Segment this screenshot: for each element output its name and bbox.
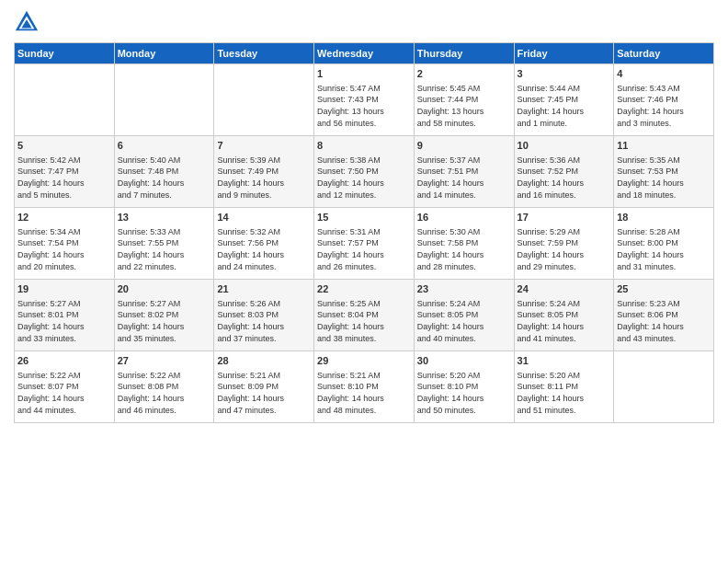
day-number: 23	[417, 282, 511, 296]
calendar-day-cell: 1Sunrise: 5:47 AM Sunset: 7:43 PM Daylig…	[314, 64, 415, 136]
calendar-week-row: 12Sunrise: 5:34 AM Sunset: 7:54 PM Dayli…	[15, 208, 714, 280]
weekday-header: Saturday	[614, 43, 714, 64]
weekday-header: Friday	[514, 43, 614, 64]
day-number: 31	[518, 354, 611, 368]
day-info: Sunrise: 5:21 AM Sunset: 8:09 PM Dayligh…	[217, 370, 311, 416]
day-info: Sunrise: 5:31 AM Sunset: 7:57 PM Dayligh…	[317, 226, 411, 272]
calendar-day-cell: 14Sunrise: 5:32 AM Sunset: 7:56 PM Dayli…	[214, 208, 314, 280]
day-number: 2	[417, 67, 511, 81]
weekday-header: Wednesday	[314, 43, 415, 64]
day-number: 28	[217, 354, 311, 368]
day-number: 11	[617, 139, 711, 153]
day-number: 19	[17, 282, 111, 296]
day-info: Sunrise: 5:27 AM Sunset: 8:02 PM Dayligh…	[118, 298, 211, 344]
day-number: 20	[118, 282, 211, 296]
day-number: 13	[118, 211, 211, 224]
day-info: Sunrise: 5:47 AM Sunset: 7:43 PM Dayligh…	[317, 83, 411, 129]
calendar-day-cell: 11Sunrise: 5:35 AM Sunset: 7:53 PM Dayli…	[614, 136, 714, 208]
day-number: 26	[17, 354, 111, 368]
day-number: 6	[118, 139, 211, 153]
logo-icon	[14, 9, 40, 35]
calendar-day-cell: 7Sunrise: 5:39 AM Sunset: 7:49 PM Daylig…	[214, 136, 314, 208]
calendar-header-row: SundayMondayTuesdayWednesdayThursdayFrid…	[15, 43, 714, 64]
day-info: Sunrise: 5:20 AM Sunset: 8:10 PM Dayligh…	[417, 370, 511, 416]
calendar-day-cell: 30Sunrise: 5:20 AM Sunset: 8:10 PM Dayli…	[414, 351, 514, 423]
day-number: 1	[317, 67, 411, 81]
calendar-day-cell: 28Sunrise: 5:21 AM Sunset: 8:09 PM Dayli…	[214, 351, 314, 423]
day-number: 22	[317, 282, 411, 296]
day-info: Sunrise: 5:21 AM Sunset: 8:10 PM Dayligh…	[317, 370, 411, 416]
day-info: Sunrise: 5:40 AM Sunset: 7:48 PM Dayligh…	[118, 155, 211, 201]
calendar-day-cell: 22Sunrise: 5:25 AM Sunset: 8:04 PM Dayli…	[314, 280, 415, 351]
calendar-day-cell: 26Sunrise: 5:22 AM Sunset: 8:07 PM Dayli…	[15, 351, 115, 423]
day-number: 24	[518, 282, 611, 296]
calendar-day-cell: 24Sunrise: 5:24 AM Sunset: 8:05 PM Dayli…	[514, 280, 614, 351]
day-info: Sunrise: 5:27 AM Sunset: 8:01 PM Dayligh…	[17, 298, 111, 344]
day-info: Sunrise: 5:37 AM Sunset: 7:51 PM Dayligh…	[417, 155, 511, 201]
calendar-day-cell: 3Sunrise: 5:44 AM Sunset: 7:45 PM Daylig…	[514, 64, 614, 136]
day-number: 18	[617, 211, 711, 224]
calendar-day-cell: 12Sunrise: 5:34 AM Sunset: 7:54 PM Dayli…	[15, 208, 115, 280]
calendar-day-cell: 13Sunrise: 5:33 AM Sunset: 7:55 PM Dayli…	[114, 208, 214, 280]
day-info: Sunrise: 5:43 AM Sunset: 7:46 PM Dayligh…	[617, 83, 711, 129]
day-number: 15	[317, 211, 411, 224]
day-info: Sunrise: 5:35 AM Sunset: 7:53 PM Dayligh…	[617, 155, 711, 201]
day-info: Sunrise: 5:39 AM Sunset: 7:49 PM Dayligh…	[217, 155, 311, 201]
day-info: Sunrise: 5:28 AM Sunset: 8:00 PM Dayligh…	[617, 226, 711, 272]
calendar-day-cell: 27Sunrise: 5:22 AM Sunset: 8:08 PM Dayli…	[114, 351, 214, 423]
calendar-week-row: 5Sunrise: 5:42 AM Sunset: 7:47 PM Daylig…	[15, 136, 714, 208]
day-info: Sunrise: 5:30 AM Sunset: 7:58 PM Dayligh…	[417, 226, 511, 272]
day-number: 16	[417, 211, 511, 224]
day-info: Sunrise: 5:29 AM Sunset: 7:59 PM Dayligh…	[518, 226, 611, 272]
day-number: 5	[17, 139, 111, 153]
weekday-header: Sunday	[15, 43, 115, 64]
logo	[14, 9, 41, 35]
day-info: Sunrise: 5:42 AM Sunset: 7:47 PM Dayligh…	[17, 155, 111, 201]
day-number: 21	[217, 282, 311, 296]
day-number: 10	[518, 139, 611, 153]
day-number: 12	[17, 211, 111, 224]
calendar-day-cell: 17Sunrise: 5:29 AM Sunset: 7:59 PM Dayli…	[514, 208, 614, 280]
day-number: 3	[518, 67, 611, 81]
calendar-day-cell: 16Sunrise: 5:30 AM Sunset: 7:58 PM Dayli…	[414, 208, 514, 280]
calendar-day-cell	[114, 64, 214, 136]
weekday-header: Monday	[114, 43, 214, 64]
day-info: Sunrise: 5:23 AM Sunset: 8:06 PM Dayligh…	[617, 298, 711, 344]
day-info: Sunrise: 5:22 AM Sunset: 8:07 PM Dayligh…	[17, 370, 111, 416]
calendar-day-cell: 20Sunrise: 5:27 AM Sunset: 8:02 PM Dayli…	[114, 280, 214, 351]
calendar-day-cell: 2Sunrise: 5:45 AM Sunset: 7:44 PM Daylig…	[414, 64, 514, 136]
calendar-day-cell: 25Sunrise: 5:23 AM Sunset: 8:06 PM Dayli…	[614, 280, 714, 351]
day-number: 27	[118, 354, 211, 368]
day-info: Sunrise: 5:32 AM Sunset: 7:56 PM Dayligh…	[217, 226, 311, 272]
day-number: 9	[417, 139, 511, 153]
calendar-day-cell: 8Sunrise: 5:38 AM Sunset: 7:50 PM Daylig…	[314, 136, 415, 208]
day-info: Sunrise: 5:24 AM Sunset: 8:05 PM Dayligh…	[417, 298, 511, 344]
day-number: 30	[417, 354, 511, 368]
calendar-table: SundayMondayTuesdayWednesdayThursdayFrid…	[14, 42, 714, 423]
calendar-day-cell: 21Sunrise: 5:26 AM Sunset: 8:03 PM Dayli…	[214, 280, 314, 351]
weekday-header: Tuesday	[214, 43, 314, 64]
calendar-week-row: 19Sunrise: 5:27 AM Sunset: 8:01 PM Dayli…	[15, 280, 714, 351]
day-info: Sunrise: 5:24 AM Sunset: 8:05 PM Dayligh…	[518, 298, 611, 344]
day-info: Sunrise: 5:22 AM Sunset: 8:08 PM Dayligh…	[118, 370, 211, 416]
calendar-day-cell: 18Sunrise: 5:28 AM Sunset: 8:00 PM Dayli…	[614, 208, 714, 280]
day-number: 29	[317, 354, 411, 368]
calendar-day-cell: 19Sunrise: 5:27 AM Sunset: 8:01 PM Dayli…	[15, 280, 115, 351]
page-header	[14, 9, 714, 35]
day-number: 14	[217, 211, 311, 224]
calendar-day-cell	[214, 64, 314, 136]
calendar-day-cell	[15, 64, 115, 136]
day-info: Sunrise: 5:38 AM Sunset: 7:50 PM Dayligh…	[317, 155, 411, 201]
page-container: SundayMondayTuesdayWednesdayThursdayFrid…	[0, 0, 728, 432]
day-info: Sunrise: 5:34 AM Sunset: 7:54 PM Dayligh…	[17, 226, 111, 272]
day-info: Sunrise: 5:26 AM Sunset: 8:03 PM Dayligh…	[217, 298, 311, 344]
calendar-day-cell: 5Sunrise: 5:42 AM Sunset: 7:47 PM Daylig…	[15, 136, 115, 208]
calendar-day-cell: 9Sunrise: 5:37 AM Sunset: 7:51 PM Daylig…	[414, 136, 514, 208]
day-info: Sunrise: 5:36 AM Sunset: 7:52 PM Dayligh…	[518, 155, 611, 201]
day-number: 7	[217, 139, 311, 153]
calendar-day-cell	[614, 351, 714, 423]
day-info: Sunrise: 5:45 AM Sunset: 7:44 PM Dayligh…	[417, 83, 511, 129]
calendar-day-cell: 4Sunrise: 5:43 AM Sunset: 7:46 PM Daylig…	[614, 64, 714, 136]
day-number: 8	[317, 139, 411, 153]
day-number: 25	[617, 282, 711, 296]
